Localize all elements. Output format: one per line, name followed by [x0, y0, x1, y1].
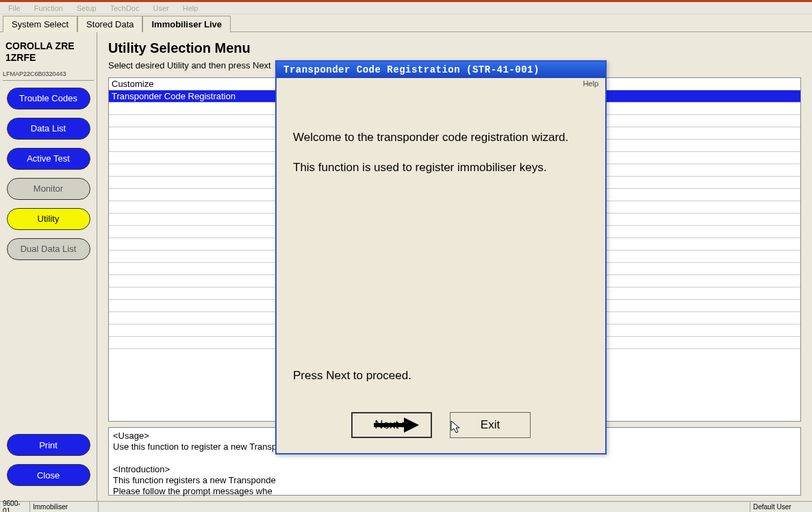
usage-text: Use this function to register a new Tran… [113, 441, 277, 452]
tab-immobiliser-live[interactable]: Immobiliser Live [142, 16, 231, 32]
menu-user[interactable]: User [149, 3, 173, 13]
intro-text-2: Please follow the prompt messages whe [113, 486, 272, 496]
dialog-button-row: Next > Exit [277, 405, 605, 453]
dialog-text-proceed: Press Next to proceed. [293, 368, 411, 383]
status-system: Immobiliser [30, 502, 99, 512]
trouble-codes-button[interactable]: Trouble Codes [7, 88, 90, 110]
tabbar: System Select Stored Data Immobiliser Li… [0, 14, 812, 32]
dialog-text-function: This function is used to register immobi… [293, 160, 589, 175]
status-code: 9600-01 [0, 502, 30, 512]
svg-marker-1 [404, 418, 419, 433]
status-spacer [99, 502, 750, 512]
page-title: Utility Selection Menu [108, 40, 801, 56]
tab-stored-data[interactable]: Stored Data [77, 16, 142, 32]
statusbar: 9600-01 Immobiliser Default User [0, 501, 812, 512]
dialog-body: Welcome to the transponder code registra… [277, 89, 605, 405]
sidebar: COROLLA ZRE 1ZRFE LFMAP22C6B0320443 Trou… [0, 32, 97, 501]
menubar: File Function Setup TechDoc User Help [0, 2, 812, 14]
intro-header: <Introduction> [113, 464, 170, 474]
menu-setup[interactable]: Setup [73, 3, 101, 13]
exit-button[interactable]: Exit [450, 412, 531, 438]
monitor-button: Monitor [7, 178, 90, 200]
dialog-text-welcome: Welcome to the transponder code registra… [293, 130, 589, 145]
dialog-help-link[interactable]: Help [277, 78, 605, 89]
tab-system-select[interactable]: System Select [3, 16, 77, 32]
dual-data-list-button: Dual Data List [7, 238, 90, 260]
active-test-button[interactable]: Active Test [7, 148, 90, 170]
intro-text-1: This function registers a new Transponde [113, 475, 276, 485]
print-button[interactable]: Print [7, 434, 90, 456]
vehicle-label: COROLLA ZRE 1ZRFE [3, 39, 94, 71]
dialog-title: Transponder Code Registration (STR-41-00… [277, 62, 605, 78]
utility-button[interactable]: Utility [7, 208, 90, 230]
menu-file[interactable]: File [4, 3, 25, 13]
menu-techdoc[interactable]: TechDoc [106, 3, 144, 13]
data-list-button[interactable]: Data List [7, 118, 90, 140]
vehicle-id: LFMAP22C6B0320443 [3, 71, 94, 81]
transponder-wizard-dialog: Transponder Code Registration (STR-41-00… [275, 60, 607, 455]
menu-help[interactable]: Help [179, 3, 203, 13]
annotation-arrow-icon [372, 415, 420, 435]
usage-header: <Usage> [113, 431, 149, 441]
menu-function[interactable]: Function [30, 3, 67, 13]
status-user: Default User [750, 502, 812, 512]
close-button[interactable]: Close [7, 464, 90, 486]
